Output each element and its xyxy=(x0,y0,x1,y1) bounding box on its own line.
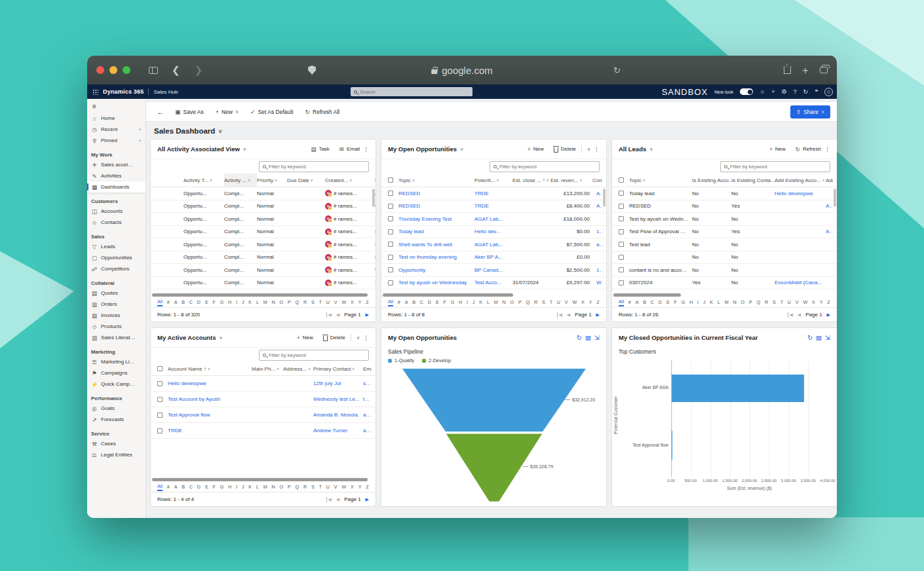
column-header[interactable]: Is Existing Conta...∨ xyxy=(731,177,775,183)
column-header[interactable]: Activity T...∨ xyxy=(183,177,224,183)
table-row[interactable]: No No xyxy=(612,251,837,265)
table-row[interactable]: REDSED No Yes And xyxy=(612,200,837,213)
cell-email[interactable]: shethafka@ xyxy=(363,380,372,386)
alphabet-letter[interactable]: T xyxy=(780,299,783,305)
alphabet-letter[interactable]: Y xyxy=(358,484,362,490)
set-as-default-button[interactable]: ✓Set As Default xyxy=(246,106,298,118)
sidebar-item[interactable]: ☍ Competitors ∨ xyxy=(87,263,145,274)
cell-topic[interactable]: Today lead xyxy=(398,229,474,234)
alphabet-letter[interactable]: H xyxy=(689,299,693,305)
alphabet-letter[interactable]: F xyxy=(212,484,215,490)
filter-box[interactable] xyxy=(259,161,369,172)
alphabet-letter[interactable]: X xyxy=(812,299,815,305)
delete-button[interactable]: Delete xyxy=(554,146,576,153)
row-checkbox[interactable] xyxy=(157,381,163,386)
alphabet-letter[interactable]: N xyxy=(503,299,506,305)
alphabet-letter[interactable]: # xyxy=(167,299,170,305)
alphabet-letter[interactable]: B xyxy=(182,299,185,305)
new-look-toggle[interactable] xyxy=(740,88,753,95)
alphabet-letter[interactable]: C xyxy=(651,299,654,305)
row-checkbox[interactable] xyxy=(619,191,624,196)
row-checkbox[interactable] xyxy=(388,229,393,234)
back-button[interactable]: ❮ xyxy=(172,64,180,76)
row-checkbox[interactable] xyxy=(388,216,393,221)
alphabet-letter[interactable]: I xyxy=(236,484,237,490)
alphabet-letter[interactable]: K xyxy=(248,299,252,305)
alphabet-letter[interactable]: J xyxy=(242,299,244,305)
alphabet-letter[interactable]: U xyxy=(326,299,330,305)
alphabet-letter[interactable]: O xyxy=(280,299,284,305)
row-checkbox[interactable] xyxy=(619,255,624,260)
table-row[interactable]: Opportunity BP Canad... $2,500.00 12th j… xyxy=(381,264,606,277)
filter-input[interactable] xyxy=(269,164,365,170)
app-name[interactable]: Sales Hub xyxy=(153,89,178,95)
funnel-segment-qualify[interactable] xyxy=(402,369,586,432)
user-avatar[interactable]: ☺ xyxy=(824,88,833,96)
cell-potential-customer[interactable]: TRDE xyxy=(474,203,512,209)
cell-potential-customer[interactable]: AGAT Lab... xyxy=(474,242,512,248)
cell-potential-customer[interactable]: BP Canad... xyxy=(474,267,512,273)
alphabet-letter[interactable]: # xyxy=(398,299,400,305)
alphabet-letter[interactable]: H xyxy=(228,299,231,305)
row-checkbox[interactable] xyxy=(157,413,163,418)
row-checkbox[interactable] xyxy=(619,267,624,272)
sidebar-item[interactable]: Performance ∨ xyxy=(87,390,145,403)
cell-primary-contact[interactable]: Amanda B. Mosola. xyxy=(313,412,363,418)
alphabet-letter[interactable]: D xyxy=(428,299,431,305)
cell-contact[interactable]: 12th july ... xyxy=(592,229,602,234)
alphabet-letter[interactable]: V xyxy=(334,299,337,305)
table-row[interactable]: TRDE Andrew Turner andrew.tur xyxy=(151,423,375,439)
cell-regarding[interactable]: Biostratig... xyxy=(375,203,375,209)
cell-add-existing[interactable]: Ama xyxy=(826,229,833,234)
cell-account-name[interactable]: Hello developwe xyxy=(168,380,252,386)
sidebar-item[interactable]: ◇ Products ∨ xyxy=(87,321,145,332)
row-checkbox[interactable] xyxy=(619,204,624,209)
column-header[interactable]: Topic∨ xyxy=(398,177,474,183)
column-header[interactable]: Est. close ... ↑∨ xyxy=(512,177,550,183)
cell-contact[interactable]: Andrew T... xyxy=(592,191,602,196)
cell-topic[interactable]: REDSED xyxy=(398,191,474,196)
column-header[interactable]: Topic∨ xyxy=(629,177,692,183)
sidebar-item[interactable]: ✈ Sales accelerator ∨ xyxy=(87,159,145,170)
cell-primary-contact[interactable]: Andrew Turner xyxy=(313,428,363,433)
settings-gear-icon[interactable]: ⚙ xyxy=(782,89,787,95)
cell-regarding[interactable]: Wellsite K... xyxy=(375,267,375,273)
alphabet-letter[interactable]: M xyxy=(263,299,267,305)
alphabet-letter[interactable]: C xyxy=(420,299,423,305)
filter-input[interactable] xyxy=(269,352,365,358)
alphabet-letter[interactable]: T xyxy=(319,484,322,490)
alphabet-letter[interactable]: E xyxy=(205,299,208,305)
sidebar-item[interactable]: ▤ Quotes ∨ xyxy=(87,287,145,299)
alphabet-letter[interactable]: I xyxy=(697,299,699,305)
column-header[interactable]: Is Existing Acco...∨ xyxy=(692,177,731,183)
sidebar-item[interactable]: ⌂ Home ∨ xyxy=(87,113,145,124)
table-row[interactable]: REDSED TRDE £13,200.00 Andrew T... xyxy=(381,187,606,200)
alphabet-letter[interactable]: P xyxy=(518,299,522,305)
brand-label[interactable]: Dynamics 365 xyxy=(103,88,144,95)
alphabet-letter[interactable]: G xyxy=(220,484,224,490)
panel-title[interactable]: My Open Opportunities xyxy=(388,145,457,153)
quick-create-icon[interactable]: + xyxy=(771,89,775,95)
column-header[interactable]: Activity ...∨ xyxy=(224,174,257,187)
save-as-button[interactable]: ▣Save As xyxy=(170,106,208,118)
panel-title[interactable]: My Closed Opportunities in Current Fisca… xyxy=(619,334,758,341)
cell-add-existing[interactable]: And xyxy=(826,203,833,209)
alphabet-letter[interactable]: E xyxy=(436,299,439,305)
select-all-checkbox[interactable] xyxy=(619,177,624,183)
column-header[interactable]: Address...∨ xyxy=(283,366,313,372)
cell-contact[interactable]: ayush test xyxy=(592,242,602,248)
alphabet-letter[interactable]: # xyxy=(167,484,170,490)
vertical-scrollbar[interactable] xyxy=(603,189,606,207)
alphabet-letter[interactable]: O xyxy=(510,299,514,305)
alphabet-letter[interactable]: L xyxy=(487,299,490,305)
alphabet-letter[interactable]: U xyxy=(788,299,791,305)
alphabet-letter[interactable]: Z xyxy=(596,299,599,305)
first-page-icon[interactable]: ◀ xyxy=(326,497,331,502)
alphabet-letter[interactable]: All xyxy=(157,483,163,491)
close-window-button[interactable] xyxy=(96,66,104,74)
sidebar-item[interactable]: ▢ Opportunities ∨ xyxy=(87,252,145,263)
sidebar-item[interactable]: ◎ Goals ∨ xyxy=(87,403,145,414)
expand-icon[interactable]: ⇲ xyxy=(594,334,600,341)
row-checkbox[interactable] xyxy=(388,255,393,260)
table-row[interactable]: Thursday Evening Test AGAT Lab... £18,00… xyxy=(381,213,606,226)
